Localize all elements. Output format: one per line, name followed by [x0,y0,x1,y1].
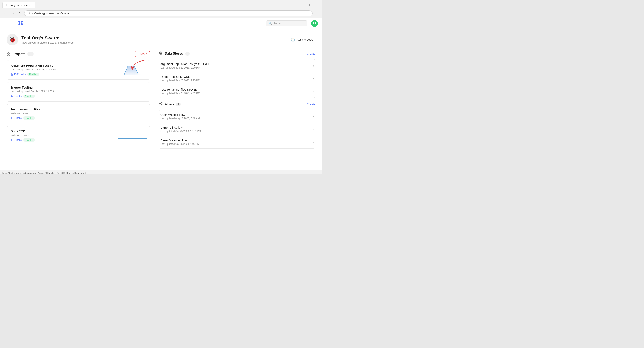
project-info: Trigger Testing Last task updated Sep 14… [10,86,115,98]
tasks-tag: 0 tasks [10,138,22,141]
maximize-button[interactable]: □ [308,3,313,7]
list-item-name: Argument Population Test yo STOREE [160,62,313,66]
svg-rect-23 [11,139,12,140]
org-avatar: 🐞 [6,34,18,45]
projects-create-button[interactable]: Create [135,51,150,57]
project-info: Argument Population Test yo Last task up… [10,64,115,76]
list-item-name: Trigger Testing STORE [160,75,313,78]
project-meta: Last task updated Sep 14 2023, 10:50 AM [10,90,115,93]
list-item[interactable]: Argument Population Test yo STOREE Last … [159,59,315,72]
list-item[interactable]: Trigger Testing STORE Last updated Sep 2… [159,72,315,85]
svg-point-1 [21,21,23,23]
data-stores-icon [159,51,163,56]
chevron-right-icon: › [313,140,314,144]
list-item-info: Test_renaming_files STORE Last updated S… [160,88,313,95]
list-item-info: Darren's second flow Last updated Oct 25… [160,139,313,145]
list-item-name: Open Webbot Flow [160,113,313,116]
status-url: https://test-org.unmand.com/swarm/stores… [2,172,86,174]
projects-count: 11 [28,52,34,56]
project-info: Test_renaming_files No tasks created 0 t… [10,108,115,120]
projects-icon [6,52,10,57]
project-meta: Last task updated Oct 27 2023, 12:12 AM [10,68,115,71]
app-logo[interactable] [18,20,24,27]
back-button[interactable]: ← [2,11,8,16]
new-tab-button[interactable]: + [36,2,41,8]
list-item[interactable]: Darren's first flow Last updated Oct 25 … [159,123,315,136]
projects-column: Projects 11 Create [6,51,155,149]
list-item-meta: Last updated Sep 26 2023, 2:25 PM [160,79,313,82]
svg-rect-4 [7,52,8,54]
svg-rect-14 [12,95,13,96]
user-avatar[interactable]: BB [311,20,318,27]
project-meta: No tasks created [10,134,115,137]
tab-label: test-org.unmand.com [6,4,31,7]
list-item-info: Open Webbot Flow Last updated Aug 28 202… [160,113,313,120]
project-card[interactable]: Bot XERO No tasks created 0 tasks Enable… [6,126,150,145]
list-item[interactable]: Test_renaming_files STORE Last updated S… [159,85,315,98]
enabled-badge: Enabled [23,138,35,142]
chevron-right-icon: › [313,77,314,81]
org-info: Test Org's Swarm View all your projects,… [22,35,74,44]
data-stores-create-button[interactable]: Create [307,52,316,55]
project-chart [118,129,146,142]
chevron-right-icon: › [313,115,314,118]
project-info: Bot XERO No tasks created 0 tasks Enable… [10,129,115,142]
chevron-right-icon: › [313,64,314,68]
svg-rect-24 [12,139,13,140]
svg-rect-26 [12,140,13,141]
project-card[interactable]: Test_renaming_files No tasks created 0 t… [6,104,150,123]
browser-menu-button[interactable]: ⋮ [314,10,320,16]
flows-create-button[interactable]: Create [307,103,316,106]
main-layout: Projects 11 Create [6,51,316,149]
svg-point-29 [159,103,160,104]
flows-count: 9 [176,103,181,106]
project-name: Argument Population Test yo [10,64,115,67]
svg-rect-21 [12,118,13,119]
svg-rect-12 [12,75,13,75]
project-tags: 0 tasks Enabled [10,95,115,98]
svg-rect-9 [11,73,12,74]
reload-button[interactable]: ↻ [17,11,22,16]
data-stores-section-header: Data Stores 4 Create [159,51,316,56]
project-name: Trigger Testing [10,86,115,89]
search-placeholder: Search [274,22,282,25]
list-item-meta: Last updated Aug 28 2023, 5:49 AM [160,117,313,120]
forward-button[interactable]: → [10,11,16,16]
projects-section-header: Projects 11 Create [6,51,150,57]
project-name: Test_renaming_files [10,108,115,111]
svg-point-30 [162,102,162,103]
create-button-container: Create [135,51,150,57]
close-button[interactable]: ✕ [314,3,320,7]
project-chart [118,64,146,76]
list-item-info: Darren's first flow Last updated Oct 25 … [160,126,313,133]
flows-list: Open Webbot Flow Last updated Aug 28 202… [159,110,316,149]
app-header: ⋮⋮⋮ 🔍 Search BB [0,18,322,29]
org-header: 🐞 Test Org's Swarm View all your project… [6,34,316,45]
svg-point-28 [159,52,162,53]
search-icon: 🔍 [268,22,272,25]
tasks-tag: 0 tasks [10,95,22,98]
list-item-name: Test_renaming_files STORE [160,88,313,91]
grid-icon[interactable]: ⋮⋮⋮ [4,21,15,26]
project-tags: 0 tasks Enabled [10,116,115,120]
activity-logs-button[interactable]: 🕐 Activity Logs [288,36,316,43]
project-card[interactable]: Trigger Testing Last task updated Sep 14… [6,82,150,102]
svg-point-2 [18,23,20,25]
minimize-button[interactable]: — [301,3,307,7]
activity-logs-label: Activity Logs [297,38,313,41]
flows-section-header: Flows 9 Create [159,102,316,107]
search-bar[interactable]: 🔍 Search [266,21,307,27]
browser-tab[interactable]: test-org.unmand.com [2,2,36,8]
list-item[interactable]: Open Webbot Flow Last updated Aug 28 202… [159,110,315,123]
project-meta: No tasks created [10,112,115,115]
svg-rect-13 [11,95,12,96]
data-stores-list: Argument Population Test yo STOREE Last … [159,59,316,98]
project-card[interactable]: Argument Population Test yo Last task up… [6,60,150,80]
svg-rect-7 [9,54,10,55]
projects-title: Projects [12,52,25,56]
list-item[interactable]: Darren's second flow Last updated Oct 25… [159,136,315,148]
list-item-meta: Last updated Oct 25 2023, 1:00 PM [160,143,313,145]
flows-title: Flows [165,103,174,106]
address-bar[interactable] [24,10,312,16]
project-chart [118,108,146,120]
